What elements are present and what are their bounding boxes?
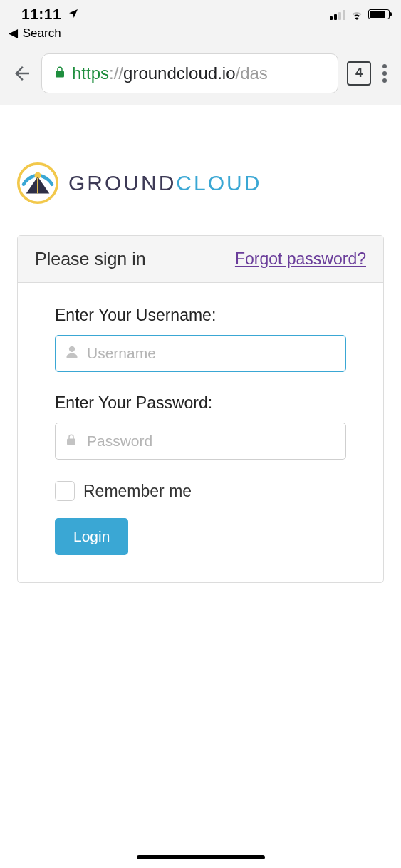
url-separator: :// [109,63,123,83]
password-input-wrap [55,423,346,460]
status-time: 11:11 [21,6,79,23]
username-label: Enter Your Username: [55,306,346,325]
forgot-password-link[interactable]: Forgot password? [235,249,366,269]
remember-checkbox[interactable] [55,481,75,501]
back-triangle-icon: ◀ [9,26,18,40]
brand-wordmark: GROUNDCLOUD [68,171,261,195]
svg-rect-2 [37,178,38,194]
browser-toolbar: https://groundcloud.io/das 4 [0,41,401,105]
login-button[interactable]: Login [55,518,128,555]
status-bar: 11:11 ◀ Search [0,0,401,41]
url-scheme: https [72,63,109,83]
panel-body: Enter Your Username: Enter Your Password… [18,283,383,582]
url-host: groundcloud.io [123,63,235,83]
signin-panel: Please sign in Forgot password? Enter Yo… [17,235,384,583]
url-path: /das [236,63,268,83]
menu-dot-icon [382,64,387,68]
clock-time: 11:11 [21,6,61,22]
panel-title: Please sign in [35,249,146,269]
tabs-button[interactable]: 4 [347,61,371,86]
username-input[interactable] [55,335,346,372]
password-field-group: Enter Your Password: [55,393,346,460]
brand-text-ground: GROUND [68,171,176,195]
tab-count: 4 [355,66,363,81]
back-to-search[interactable]: ◀ Search [9,26,61,41]
status-right [330,9,390,20]
page-content: GROUNDCLOUD Please sign in Forgot passwo… [0,105,401,583]
brand-logo: GROUNDCLOUD [17,162,384,204]
username-field-group: Enter Your Username: [55,306,346,372]
brand-text-cloud: CLOUD [176,171,261,195]
wifi-icon [350,9,364,20]
cellular-signal-icon [330,9,345,20]
panel-header: Please sign in Forgot password? [18,236,383,283]
browser-menu-button[interactable] [380,61,390,86]
lock-input-icon [65,433,78,450]
remember-label: Remember me [83,482,192,501]
user-icon [65,345,79,362]
username-input-wrap [55,335,346,372]
address-bar[interactable]: https://groundcloud.io/das [41,53,338,93]
home-indicator[interactable] [137,855,265,859]
browser-back-button[interactable] [11,63,33,84]
groundcloud-logo-icon [17,162,58,204]
remember-row: Remember me [55,481,346,501]
menu-dot-icon [382,78,387,83]
back-search-label: Search [23,26,61,40]
location-arrow-icon [68,6,79,23]
password-label: Enter Your Password: [55,393,346,413]
menu-dot-icon [382,71,387,76]
lock-icon [53,63,66,83]
battery-icon [368,9,390,19]
password-input[interactable] [55,423,346,460]
